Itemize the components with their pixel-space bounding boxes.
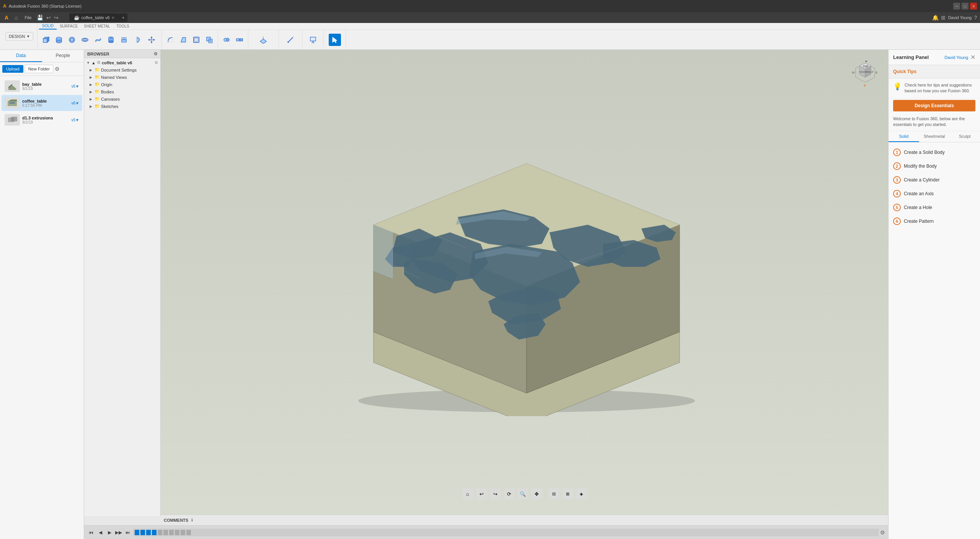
rp-tab-sculpt[interactable]: Sculpt [949, 131, 980, 142]
nav-redo-view-button[interactable]: ↪ [490, 488, 501, 499]
tree-item-document-settings[interactable]: ▶ 📁 Document Settings [84, 66, 160, 74]
file-ver-coffee-table[interactable]: v6▼ [72, 101, 79, 105]
menu-file[interactable]: File [23, 14, 34, 21]
new-folder-button[interactable]: New Folder [25, 65, 53, 73]
tab-people[interactable]: People [42, 50, 84, 62]
file-date-d1-extrusions: 9/2/19 [22, 120, 69, 124]
design-dropdown[interactable]: DESIGN ▼ [5, 32, 33, 41]
modify-chamfer-button[interactable] [177, 34, 189, 46]
viewport-3d[interactable]: ▲ TOP FRONT RIGHT S [161, 50, 888, 514]
environment-button[interactable]: ◈ [576, 488, 587, 499]
construct-plane-button[interactable] [257, 34, 269, 46]
new-tab-button[interactable]: + [119, 13, 127, 22]
pan-button[interactable]: ✥ [531, 488, 542, 499]
user-name[interactable]: David Young [948, 15, 972, 20]
active-tab[interactable]: ☕ coffee_table v6 ✕ [69, 13, 119, 22]
timeline-end-button[interactable]: ⏭ [124, 529, 132, 536]
step-num-4: 4 [893, 190, 901, 198]
create-coil-button[interactable] [92, 34, 104, 46]
close-button[interactable]: ✕ [970, 3, 977, 10]
timeline-play-button[interactable]: ▶ [106, 529, 113, 536]
step-item-4[interactable]: 4 Create an Axis [889, 187, 980, 201]
step-item-6[interactable]: 6 Create Pattern [889, 214, 980, 228]
file-ver-d1-extrusions[interactable]: v5▼ [72, 118, 79, 122]
timeline-prev-button[interactable]: ◀ [96, 529, 104, 536]
modify-shell-button[interactable] [190, 34, 202, 46]
home-icon[interactable]: ⌂ [13, 14, 19, 21]
timeline-next-button[interactable]: ▶▶ [115, 529, 122, 536]
panel-settings-icon[interactable]: ⚙ [55, 66, 60, 72]
right-panel-user-name[interactable]: David Young [944, 55, 968, 60]
file-item-bay-table[interactable]: bay_table 9/1/19 v5▼ [2, 78, 82, 94]
tree-settings-icon[interactable]: ⚙ [155, 60, 158, 65]
create-cylinder-button[interactable] [53, 34, 65, 46]
insert-canvas-button[interactable] [307, 34, 319, 46]
svg-rect-19 [122, 40, 126, 42]
tree-views-label: Named Views [101, 75, 127, 80]
tab-close-icon[interactable]: ✕ [111, 16, 114, 20]
redo-icon[interactable]: ↪ [54, 15, 59, 21]
create-torus-button[interactable] [79, 34, 91, 46]
assemble-rigid-button[interactable] [233, 34, 246, 46]
tree-item-sketches[interactable]: ▶ 📁 Sketches [84, 103, 160, 110]
timeline-marker [158, 530, 162, 535]
tab-data[interactable]: Data [0, 50, 42, 62]
move-button[interactable] [144, 32, 159, 47]
modify-fillet-button[interactable] [164, 34, 176, 46]
file-item-d1-extrusions[interactable]: d1.3 extrusions 9/2/19 v5▼ [2, 112, 82, 128]
view-cube[interactable]: ▲ TOP FRONT RIGHT S [850, 57, 881, 88]
file-item-coffee-table[interactable]: coffee_table 6:27:56 PM v6▼ [2, 95, 82, 111]
tab-label: coffee_table v6 [81, 15, 109, 20]
create-box-button[interactable] [40, 34, 52, 46]
select-button[interactable] [329, 34, 341, 46]
file-ver-bay-table[interactable]: v5▼ [72, 84, 79, 88]
titlebar: A Autodesk Fusion 360 (Startup License) … [0, 0, 980, 12]
create-extrude-button[interactable] [118, 34, 130, 46]
tree-item-canvases[interactable]: ▶ 📁 Canvases [84, 95, 160, 103]
rp-tab-sheetmetal[interactable]: Sheetmetal [919, 131, 950, 142]
grid-icon[interactable]: ⊞ [941, 15, 946, 21]
undo-icon[interactable]: ↩ [46, 15, 51, 21]
step-item-3[interactable]: 3 Create a Cylinder [889, 173, 980, 187]
tree-item-bodies[interactable]: ▶ 📁 Bodies [84, 88, 160, 95]
tab-surface[interactable]: SURFACE [57, 23, 81, 29]
tree-bodies-label: Bodies [101, 90, 114, 94]
minimize-button[interactable]: ─ [953, 3, 960, 10]
zoom-button[interactable]: 🔍 [517, 488, 528, 499]
browser-options-icon[interactable]: ⊙ [154, 51, 157, 56]
fit-all-button[interactable]: ⌂ [462, 488, 473, 499]
create-revolve-button[interactable] [131, 34, 143, 46]
nav-undo-view-button[interactable]: ↩ [476, 488, 487, 499]
upload-button[interactable]: Upload [2, 65, 23, 73]
inspect-measure-button[interactable] [284, 34, 297, 46]
create-pipe-button[interactable] [105, 34, 117, 46]
tab-sheetmetal[interactable]: SHEET METAL [81, 23, 113, 29]
step-item-5[interactable]: 5 Create a Hole [889, 201, 980, 214]
assemble-joint-button[interactable] [220, 34, 233, 46]
save-icon[interactable]: 💾 [37, 15, 43, 21]
modify-scale-button[interactable] [203, 34, 215, 46]
maximize-button[interactable]: □ [962, 3, 969, 10]
timeline-start-button[interactable]: ⏮ [87, 529, 95, 536]
create-sphere-button[interactable] [66, 34, 78, 46]
comments-info-icon[interactable]: ℹ [191, 518, 193, 522]
visual-style-button[interactable]: ⊞ [562, 488, 573, 499]
step-item-1[interactable]: 1 Create a Solid Body [889, 145, 980, 159]
design-essentials-button[interactable]: Design Essentials [893, 100, 975, 111]
tab-solid[interactable]: SOLID [39, 23, 57, 29]
step-item-2[interactable]: 2 Modify the Body [889, 159, 980, 173]
tree-item-origin[interactable]: ▶ 📁 Origin [84, 81, 160, 88]
tree-file-icon: ▲ [91, 60, 96, 65]
right-panel-close-button[interactable]: ✕ [970, 54, 975, 61]
notifications-icon[interactable]: 🔔 [932, 15, 939, 21]
help-icon[interactable]: ? [974, 15, 977, 21]
tree-item-root[interactable]: ▼ ▲ ⚙ coffee_table v6 ⚙ [84, 59, 160, 66]
rp-tab-solid[interactable]: Solid [889, 131, 919, 142]
svg-rect-37 [240, 39, 243, 41]
tab-tools[interactable]: TOOLS [113, 23, 132, 29]
display-mode-button[interactable]: ⊟ [548, 488, 559, 499]
timeline-settings-icon[interactable]: ⚙ [880, 529, 885, 536]
timeline-track[interactable] [133, 529, 879, 536]
tree-item-named-views[interactable]: ▶ 📁 Named Views [84, 74, 160, 81]
orbit-button[interactable]: ⟳ [504, 488, 514, 499]
